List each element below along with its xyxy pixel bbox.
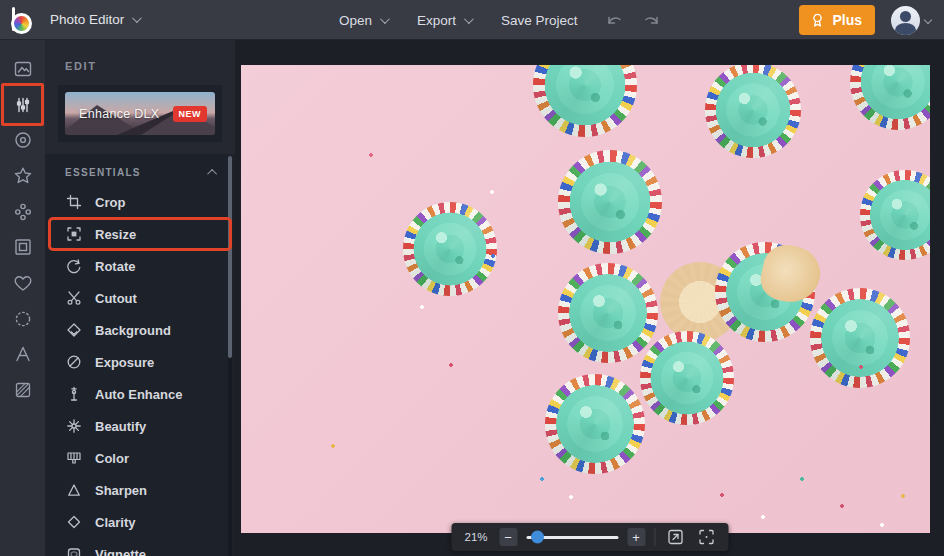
photo[interactable]: [241, 65, 930, 533]
menu-item-background[interactable]: Background: [45, 314, 235, 346]
background-icon: [66, 322, 82, 338]
menu-item-color[interactable]: Color: [45, 442, 235, 474]
color-icon: [66, 450, 82, 466]
rail-item-text[interactable]: [0, 337, 45, 373]
expand-arrow-icon: [666, 528, 684, 546]
cutout-scissors-icon: [66, 290, 82, 306]
menu-label: Color: [95, 451, 129, 466]
rail-item-touchup[interactable]: [0, 122, 45, 158]
cupcake: [558, 263, 658, 363]
cupcake: [558, 150, 662, 254]
menu-label: Rotate: [95, 259, 135, 274]
image-icon: [12, 58, 34, 80]
auto-enhance-icon: [66, 386, 82, 402]
zoom-out-button[interactable]: −: [499, 528, 517, 546]
fullscreen-button[interactable]: [695, 526, 717, 548]
menu-item-beautify[interactable]: Beautify: [45, 410, 235, 442]
rail-item-effects[interactable]: [0, 158, 45, 194]
menu-item-sharpen[interactable]: Sharpen: [45, 474, 235, 506]
panel-title: EDIT: [45, 40, 235, 82]
canvas-area: 21% − +: [235, 40, 944, 556]
app-title-menu[interactable]: Photo Editor: [50, 12, 139, 27]
rail-item-edit-photo[interactable]: [0, 51, 45, 87]
crop-icon: [66, 194, 82, 210]
logo-color-wheel: [11, 13, 32, 34]
save-project-button[interactable]: Save Project: [501, 13, 578, 28]
cupcake: [810, 288, 910, 388]
edit-panel: EDIT Enhance DLX NEW ESSENTIALS Cr: [45, 40, 235, 556]
open-label: Open: [339, 13, 372, 28]
menu-label: Cutout: [95, 291, 137, 306]
chevron-down-icon: [464, 14, 474, 24]
zoom-in-button[interactable]: +: [627, 528, 645, 546]
badge-icon: [12, 308, 34, 330]
menu-item-auto-enhance[interactable]: Auto Enhance: [45, 378, 235, 410]
undo-button[interactable]: [604, 9, 626, 31]
cupcake: [640, 331, 734, 425]
cupcake: [533, 65, 637, 137]
top-bar: Photo Editor Open Export Save Project: [0, 0, 944, 40]
befunky-logo[interactable]: [9, 6, 35, 34]
essentials-title: ESSENTIALS: [65, 167, 141, 178]
account-menu[interactable]: [891, 6, 931, 35]
rail-item-textures[interactable]: [0, 372, 45, 408]
menu-item-vignette[interactable]: Vignette: [45, 538, 235, 556]
rail-item-graphics[interactable]: [0, 194, 45, 230]
frame-icon: [12, 236, 34, 258]
fit-to-screen-button[interactable]: [664, 526, 686, 548]
open-menu-button[interactable]: Open: [339, 13, 387, 28]
zoom-toolbar: 21% − +: [451, 523, 728, 551]
topbar-center-menu: Open Export Save Project: [339, 0, 578, 40]
enhance-dlx-label: Enhance DLX: [79, 107, 159, 121]
rail-item-adjustments[interactable]: [0, 87, 45, 123]
chevron-down-icon: [924, 16, 932, 24]
app-title-label: Photo Editor: [50, 12, 124, 27]
cupcake: [705, 65, 801, 158]
resize-icon: [66, 226, 82, 242]
menu-item-resize[interactable]: Resize: [45, 218, 235, 250]
menu-item-exposure[interactable]: Exposure: [45, 346, 235, 378]
menu-label: Exposure: [95, 355, 154, 370]
essentials-section: ESSENTIALS Crop Resize: [45, 154, 235, 556]
award-badge-icon: [810, 12, 825, 28]
star-icon: [12, 165, 34, 187]
cupcake: [545, 374, 645, 474]
enhance-dlx-card[interactable]: Enhance DLX NEW: [58, 85, 222, 142]
chevron-down-icon: [132, 13, 142, 23]
redo-button[interactable]: [640, 9, 662, 31]
history-controls: [604, 0, 662, 40]
rail-item-stamps[interactable]: [0, 301, 45, 337]
menu-item-cutout[interactable]: Cutout: [45, 282, 235, 314]
essentials-menu: Crop Resize Rotate: [45, 186, 235, 556]
tool-rail: [0, 40, 45, 556]
plus-label: Plus: [832, 12, 862, 28]
sharpen-icon: [66, 482, 82, 498]
beautify-icon: [66, 418, 82, 434]
menu-label: Vignette: [95, 547, 146, 556]
menu-label: Crop: [95, 195, 125, 210]
rail-item-frames[interactable]: [0, 229, 45, 265]
export-menu-button[interactable]: Export: [417, 13, 471, 28]
menu-item-crop[interactable]: Crop: [45, 186, 235, 218]
avatar: [891, 6, 920, 35]
heart-icon: [12, 272, 34, 294]
rotate-icon: [66, 258, 82, 274]
menu-label: Clarity: [95, 515, 135, 530]
zoom-slider-knob[interactable]: [531, 531, 544, 544]
menu-item-clarity[interactable]: Clarity: [45, 506, 235, 538]
zoom-slider[interactable]: [526, 536, 618, 539]
save-project-label: Save Project: [501, 13, 578, 28]
graphics-icon: [12, 201, 34, 223]
chevron-up-icon[interactable]: [207, 169, 217, 179]
menu-label: Auto Enhance: [95, 387, 182, 402]
plus-upgrade-button[interactable]: Plus: [799, 5, 875, 35]
redo-icon: [641, 12, 661, 28]
rail-item-overlays-love[interactable]: [0, 265, 45, 301]
menu-item-rotate[interactable]: Rotate: [45, 250, 235, 282]
menu-label: Sharpen: [95, 483, 147, 498]
cupcake-bite: [757, 241, 825, 308]
panel-scrollbar-thumb[interactable]: [228, 156, 232, 358]
zoom-level: 21%: [462, 531, 490, 543]
topbar-right: Plus: [799, 0, 931, 40]
undo-icon: [605, 12, 625, 28]
